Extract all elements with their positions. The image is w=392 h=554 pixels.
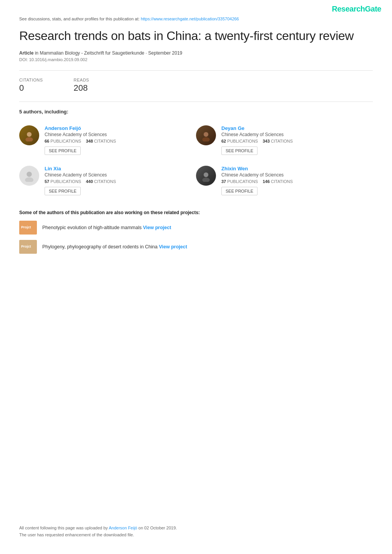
see-profile-btn-1[interactable]: SEE PROFILE — [221, 146, 257, 155]
author-name-3[interactable]: Zhixin Wen — [221, 166, 293, 171]
svg-point-4 — [27, 172, 32, 177]
author-cits-label-1: CITATIONS — [271, 139, 293, 143]
doi-text: DOI: 10.1016/j.mambio.2019.09.002 — [19, 57, 373, 62]
author-cits-label-3: CITATIONS — [271, 179, 293, 184]
author-card-1: Deyan Ge Chinese Academy of Sciences 62 … — [196, 120, 373, 160]
footer: All content following this page was uplo… — [19, 526, 373, 539]
author-info-2: Lin Xia Chinese Academy of Sciences 57 P… — [45, 166, 116, 195]
project-item-1: Projct Phylogeny, phylogeography of dese… — [19, 240, 373, 254]
author-stats-1: 62 PUBLICATIONS 343 CITATIONS — [221, 139, 293, 143]
svg-point-1 — [25, 137, 33, 141]
author-pubs-label-2: PUBLICATIONS — [50, 179, 81, 184]
svg-text:Projct: Projct — [21, 225, 31, 229]
author-pubs-3: 37 — [221, 179, 226, 184]
paper-title: Research trends on bats in China: a twen… — [19, 28, 373, 43]
author-info-3: Zhixin Wen Chinese Academy of Sciences 3… — [221, 166, 293, 195]
author-cits-label-2: CITATIONS — [94, 179, 116, 184]
divider-middle — [19, 101, 373, 102]
reads-label: READS — [74, 78, 89, 82]
author-pubs-label-3: PUBLICATIONS — [227, 179, 258, 184]
svg-point-5 — [25, 177, 33, 182]
author-name-0[interactable]: Anderson Feijó — [45, 125, 116, 131]
author-card-0: Anderson Feijó Chinese Academy of Scienc… — [19, 120, 196, 160]
project-item-0: Projct Phenotypic evolution of high-alti… — [19, 221, 373, 235]
authors-grid: Anderson Feijó Chinese Academy of Scienc… — [19, 120, 373, 201]
stats-row: CITATIONS 0 READS 208 — [19, 78, 373, 93]
author-name-1[interactable]: Deyan Ge — [221, 125, 293, 131]
top-bar: ResearchGate — [0, 0, 392, 17]
footer-pre: All content following this page was uplo… — [19, 526, 108, 530]
author-card-2: Lin Xia Chinese Academy of Sciences 57 P… — [19, 160, 196, 201]
author-stats-2: 57 PUBLICATIONS 440 CITATIONS — [45, 179, 116, 184]
author-pubs-label-0: PUBLICATIONS — [50, 139, 81, 143]
author-card-3: Zhixin Wen Chinese Academy of Sciences 3… — [196, 160, 373, 201]
author-info-1: Deyan Ge Chinese Academy of Sciences 62 … — [221, 125, 293, 155]
main-content: See discussions, stats, and author profi… — [0, 17, 392, 275]
author-cits-1: 343 — [262, 139, 269, 143]
footer-line1: All content following this page was uplo… — [19, 526, 373, 530]
author-pubs-2: 57 — [45, 179, 49, 184]
author-cits-0: 348 — [86, 139, 93, 143]
author-affiliation-1: Chinese Academy of Sciences — [221, 132, 293, 137]
svg-point-7 — [202, 178, 210, 182]
discussion-link-row: See discussions, stats, and author profi… — [19, 17, 373, 21]
project-thumb-1: Projct — [19, 240, 37, 254]
researchgate-logo[interactable]: ResearchGate — [332, 5, 381, 13]
author-info-0: Anderson Feijó Chinese Academy of Scienc… — [45, 125, 116, 155]
author-pubs-label-1: PUBLICATIONS — [227, 139, 258, 143]
related-projects-section: Some of the authors of this publication … — [19, 210, 373, 254]
author-cits-2: 440 — [86, 179, 93, 184]
authors-heading: 5 authors, including: — [19, 109, 373, 115]
project-link-0[interactable]: View project — [143, 225, 171, 230]
project-link-1[interactable]: View project — [159, 244, 187, 250]
author-pubs-0: 66 — [45, 139, 49, 143]
project-thumb-0: Projct — [19, 221, 37, 235]
article-dot: · — [146, 50, 148, 56]
author-pubs-1: 62 — [221, 139, 226, 143]
article-meta: Article in Mammalian Biology - Zeitschri… — [19, 50, 373, 56]
svg-point-2 — [204, 132, 208, 136]
author-cits-3: 146 — [262, 179, 269, 184]
author-cits-label-0: CITATIONS — [94, 139, 116, 143]
reads-block: READS 208 — [74, 78, 89, 93]
article-in: in — [35, 50, 40, 56]
footer-line2: The user has requested enhancement of th… — [19, 532, 373, 537]
project-desc-0: Phenotypic evolution of high-altitude ma… — [42, 225, 141, 230]
authors-including: authors, including: — [23, 109, 68, 115]
author-stats-0: 66 PUBLICATIONS 348 CITATIONS — [45, 139, 116, 143]
project-text-0: Phenotypic evolution of high-altitude ma… — [42, 225, 171, 230]
article-date: September 2019 — [148, 50, 183, 56]
divider-top — [19, 70, 373, 71]
avatar-lin-xia — [19, 166, 39, 186]
svg-point-3 — [202, 137, 210, 141]
author-stats-3: 37 PUBLICATIONS 146 CITATIONS — [221, 179, 293, 184]
publication-url[interactable]: https://www.researchgate.net/publication… — [141, 17, 239, 21]
avatar-anderson — [19, 125, 39, 145]
discussion-text: See discussions, stats, and author profi… — [19, 17, 140, 21]
svg-point-6 — [204, 172, 208, 177]
svg-point-0 — [27, 132, 32, 136]
footer-post: on 02 October 2019. — [138, 526, 177, 530]
avatar-zhixin — [196, 166, 216, 186]
author-affiliation-3: Chinese Academy of Sciences — [221, 172, 293, 178]
article-type: Article — [19, 50, 33, 56]
project-desc-1: Phylogeny, phylogeography of desert rode… — [42, 244, 158, 250]
author-name-2[interactable]: Lin Xia — [45, 166, 116, 171]
svg-text:Projct: Projct — [21, 245, 31, 248]
article-journal: Mammalian Biology - Zeitschrift fur Saug… — [40, 50, 144, 56]
footer-author-link[interactable]: Anderson Feijó — [109, 526, 137, 530]
citations-label: CITATIONS — [19, 78, 43, 82]
see-profile-btn-0[interactable]: SEE PROFILE — [45, 146, 81, 155]
see-profile-btn-2[interactable]: SEE PROFILE — [45, 187, 81, 195]
see-profile-btn-3[interactable]: SEE PROFILE — [221, 187, 257, 195]
authors-count: 5 — [19, 109, 22, 115]
related-projects-heading: Some of the authors of this publication … — [19, 210, 373, 215]
project-text-1: Phylogeny, phylogeography of desert rode… — [42, 244, 187, 250]
author-affiliation-2: Chinese Academy of Sciences — [45, 172, 116, 178]
reads-value: 208 — [74, 83, 89, 93]
citations-block: CITATIONS 0 — [19, 78, 43, 93]
avatar-deyan — [196, 125, 216, 145]
citations-value: 0 — [19, 83, 43, 93]
author-affiliation-0: Chinese Academy of Sciences — [45, 132, 116, 137]
authors-section: 5 authors, including: Anderson Feijó Chi… — [19, 109, 373, 201]
